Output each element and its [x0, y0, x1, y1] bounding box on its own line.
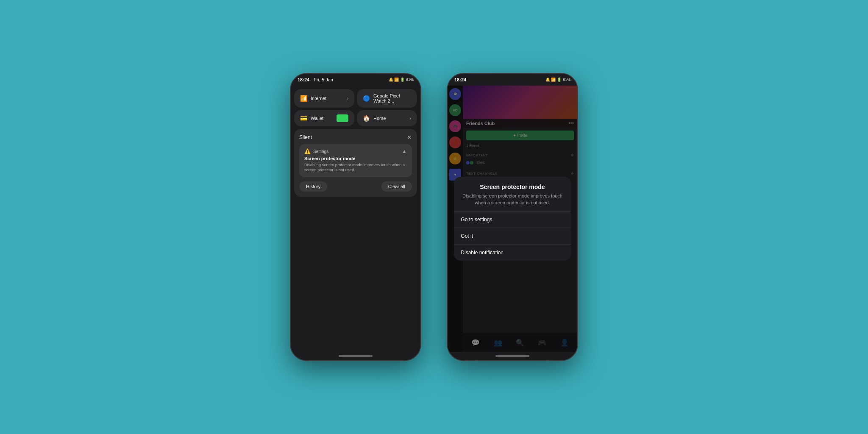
status-bar-2: 18:24 🔔 📶 🔋 61%: [448, 74, 577, 86]
modal-overlay[interactable]: Screen protector mode Disabling screen p…: [463, 86, 577, 352]
tile-wallet-label: Wallet: [311, 116, 333, 121]
phone-2: 18:24 🔔 📶 🔋 61% 💬 FC 🎮 🔴 ⭐ ▼: [447, 73, 578, 361]
wifi-icon: 📶: [300, 95, 307, 102]
notif-body: Disabling screen protector mode improves…: [304, 162, 407, 173]
battery-1: 61%: [406, 78, 414, 82]
tile-home-label: Home: [373, 116, 406, 121]
status-date-1: Fri, 5 Jan: [314, 77, 333, 82]
bluetooth-icon: 🔵: [363, 95, 370, 102]
phone1-content: 📶 Internet › 🔵 Google Pixel Watch 2... 💳…: [291, 86, 420, 352]
modal-sheet: Screen protector mode Disabling screen p…: [463, 177, 571, 261]
modal-action-disable[interactable]: Disable notification: [463, 245, 571, 261]
panel-footer: History Clear all: [299, 181, 412, 192]
home-indicator-2: [448, 352, 577, 360]
quick-tiles: 📶 Internet › 🔵 Google Pixel Watch 2... 💳…: [294, 89, 417, 126]
home-bar-1: [339, 355, 373, 357]
panel-close-button[interactable]: ✕: [407, 134, 412, 141]
status-time-2: 18:24: [454, 77, 466, 82]
home-chevron-icon: ›: [410, 116, 411, 121]
modal-body: Disabling screen protector mode improves…: [463, 193, 571, 211]
home-bar-2: [495, 355, 529, 357]
notif-expand-icon[interactable]: ▲: [402, 148, 407, 154]
tile-pixel-watch[interactable]: 🔵 Google Pixel Watch 2...: [357, 89, 417, 108]
status-time-1: 18:24: [298, 77, 309, 82]
clear-all-button[interactable]: Clear all: [381, 181, 412, 192]
battery-2: 61%: [563, 78, 570, 82]
modal-action-gotit[interactable]: Got it: [463, 228, 571, 245]
notification-panel: Silent ✕ ⚠️ Settings ▲ Screen protector …: [294, 129, 417, 197]
notif-app-info: ⚠️ Settings: [304, 148, 328, 154]
tile-pixel-label: Google Pixel Watch 2...: [373, 93, 411, 103]
tile-internet-label: Internet: [311, 96, 344, 101]
settings-warning-icon: ⚠️: [304, 148, 311, 154]
discord-content: 💬 FC 🎮 🔴 ⭐ ▼ Friends Club: [448, 86, 577, 352]
wallet-icon: 💳: [300, 115, 307, 122]
home-icon: 🏠: [363, 115, 370, 122]
history-button[interactable]: History: [299, 181, 327, 192]
tile-internet[interactable]: 📶 Internet ›: [294, 89, 354, 108]
notif-title: Screen protector mode: [304, 156, 407, 161]
notif-app-name: Settings: [313, 149, 328, 154]
tile-wallet[interactable]: 💳 Wallet: [294, 110, 354, 126]
status-bar-1: 18:24 Fri, 5 Jan 🔔 📶 🔋 61%: [291, 74, 420, 86]
notif-header: ⚠️ Settings ▲: [304, 148, 407, 154]
status-icons-1: 🔔 📶 🔋: [389, 78, 405, 82]
discord-main: Friends Club ••• ✦ Invite 1 Event IMPORT…: [463, 86, 577, 352]
notification-item: ⚠️ Settings ▲ Screen protector mode Disa…: [299, 144, 412, 177]
status-icons-2: 🔔 📶 🔋: [545, 78, 562, 82]
tile-home[interactable]: 🏠 Home ›: [357, 110, 417, 126]
panel-header: Silent ✕: [299, 134, 412, 141]
modal-title: Screen protector mode: [463, 177, 571, 193]
phone-1: 18:24 Fri, 5 Jan 🔔 📶 🔋 61% 📶 Internet › …: [290, 73, 421, 361]
chevron-icon: ›: [347, 96, 348, 101]
wallet-active-block: [337, 114, 348, 122]
modal-action-settings[interactable]: Go to settings: [463, 211, 571, 228]
panel-silent-label: Silent: [299, 134, 312, 140]
home-indicator-1: [291, 352, 420, 360]
